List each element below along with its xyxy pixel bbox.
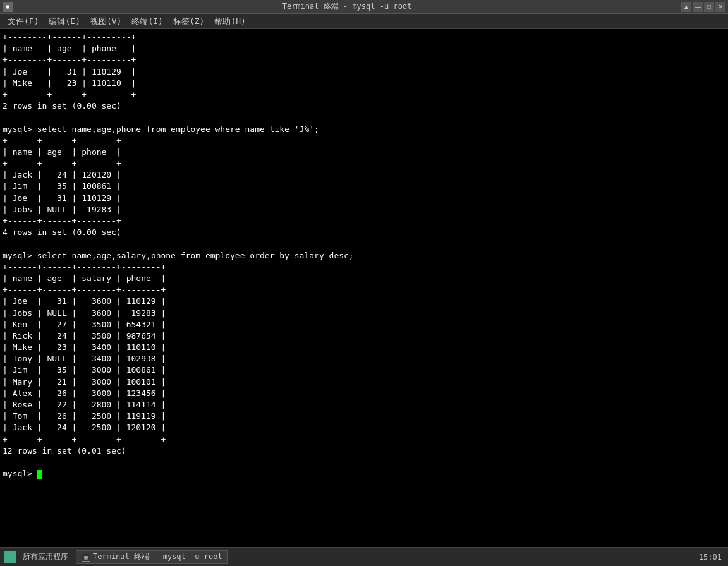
menu-file[interactable]: 文件(F)	[3, 15, 44, 28]
terminal-output: +--------+------+---------+ | name | age…	[3, 32, 725, 479]
menu-terminal[interactable]: 终端(I)	[126, 15, 167, 28]
terminal-area[interactable]: +--------+------+---------+ | name | age…	[0, 29, 728, 547]
app-icon: ▣	[3, 2, 13, 12]
menu-view[interactable]: 视图(V)	[85, 15, 126, 28]
menu-tab[interactable]: 标签(Z)	[168, 15, 209, 28]
titlebar-left: ▣	[3, 2, 13, 12]
minimize-button[interactable]: ▲	[681, 2, 691, 12]
menu-edit[interactable]: 编辑(E)	[44, 15, 85, 28]
taskbar-terminal-icon: ▣	[82, 553, 90, 562]
taskbar-apps-icon[interactable]	[4, 551, 16, 563]
taskbar-terminal-label: Terminal 终端 - mysql -u root	[93, 551, 222, 562]
taskbar-all-apps[interactable]: 所有应用程序	[19, 551, 72, 562]
taskbar-terminal[interactable]: ▣ Terminal 终端 - mysql -u root	[76, 550, 228, 564]
titlebar-controls: ▲ — □ ✕	[681, 2, 725, 12]
close-button[interactable]: ✕	[715, 2, 725, 12]
taskbar: 所有应用程序 ▣ Terminal 终端 - mysql -u root 15:…	[0, 547, 728, 566]
titlebar-title: Terminal 终端 - mysql -u root	[13, 1, 681, 12]
taskbar-apps: 所有应用程序	[0, 548, 76, 566]
svg-point-0	[6, 553, 14, 561]
restore-button[interactable]: □	[704, 2, 714, 12]
terminal-cursor	[37, 470, 42, 479]
menubar: 文件(F) 编辑(E) 视图(V) 终端(I) 标签(Z) 帮助(H)	[0, 14, 728, 29]
menu-help[interactable]: 帮助(H)	[209, 15, 250, 28]
maximize-button[interactable]: —	[693, 2, 703, 12]
titlebar: ▣ Terminal 终端 - mysql -u root ▲ — □ ✕	[0, 0, 728, 14]
taskbar-time: 15:01	[699, 553, 728, 562]
